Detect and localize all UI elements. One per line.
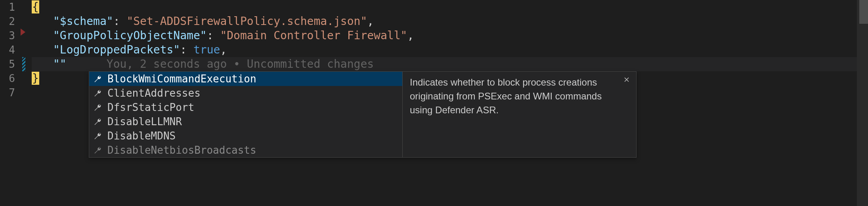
modified-line-glyph (22, 57, 25, 71)
line-number: 6 (0, 71, 15, 86)
property-icon (93, 103, 102, 112)
json-key: "$schema" (53, 15, 113, 28)
suggestion-item[interactable]: ClientAddresses (89, 86, 402, 100)
close-icon[interactable] (622, 75, 631, 84)
code-line[interactable]: { (32, 0, 868, 14)
json-key: "" (53, 57, 67, 71)
suggestion-label: DfsrStaticPort (107, 100, 194, 114)
brace-close: } (32, 72, 39, 85)
property-icon (93, 146, 102, 154)
line-number: 5 (0, 57, 15, 71)
property-icon (93, 89, 102, 97)
line-number: 1 (0, 0, 15, 14)
json-key: "LogDroppedPackets" (53, 43, 180, 56)
suggestion-item[interactable]: BlockWmiCommandExecution (89, 72, 402, 86)
scrollbar-thumb[interactable] (859, 0, 868, 24)
suggestion-label: ClientAddresses (107, 86, 201, 100)
property-icon (93, 132, 102, 140)
suggestion-label: DisableNetbiosBroadcasts (107, 143, 256, 157)
json-string: "Domain Controller Firewall" (220, 29, 407, 42)
suggestion-item[interactable]: DfsrStaticPort (89, 100, 402, 114)
property-icon (93, 117, 102, 126)
suggestion-documentation: Indicates whether to block process creat… (402, 72, 636, 157)
line-number: 3 (0, 29, 15, 43)
json-string: "Set-ADDSFirewallPolicy.schema.json" (126, 15, 367, 28)
breakpoint-arrow-icon (21, 29, 25, 36)
line-number: 4 (0, 43, 15, 57)
suggestion-label: BlockWmiCommandExecution (107, 72, 256, 86)
suggestion-widget[interactable]: BlockWmiCommandExecutionClientAddressesD… (89, 71, 637, 158)
code-line[interactable]: "$schema": "Set-ADDSFirewallPolicy.schem… (32, 14, 868, 29)
code-line[interactable]: "LogDroppedPackets": true, (32, 43, 868, 57)
suggestion-list[interactable]: BlockWmiCommandExecutionClientAddressesD… (89, 72, 402, 157)
suggestion-doc-text: Indicates whether to block process creat… (410, 77, 602, 115)
suggestion-item[interactable]: DisableLLMNR (89, 114, 402, 129)
editor-scrollbar[interactable] (857, 0, 868, 206)
glyph-margin (22, 0, 29, 206)
code-area[interactable]: { "$schema": "Set-ADDSFirewallPolicy.sch… (29, 0, 868, 206)
code-line[interactable]: "GroupPolicyObjectName": "Domain Control… (32, 29, 868, 43)
git-blame-annotation: You, 2 seconds ago • Uncommitted changes (107, 57, 374, 71)
line-number-gutter: 1 2 3 4 5 6 7 (0, 0, 22, 206)
suggestion-item[interactable]: DisableMDNS (89, 129, 402, 143)
suggestion-label: DisableLLMNR (107, 114, 182, 129)
json-key: "GroupPolicyObjectName" (53, 29, 207, 42)
line-number: 7 (0, 86, 15, 100)
json-keyword: true (193, 43, 220, 56)
code-line-active[interactable]: "" You, 2 seconds ago • Uncommitted chan… (32, 57, 868, 71)
suggestion-label: DisableMDNS (107, 129, 176, 143)
line-number: 2 (0, 14, 15, 29)
code-editor[interactable]: 1 2 3 4 5 6 7 { "$schema": "Set-ADDSFire… (0, 0, 868, 206)
property-icon (93, 74, 102, 83)
suggestion-item[interactable]: DisableNetbiosBroadcasts (89, 143, 402, 157)
brace-open: { (32, 0, 39, 13)
